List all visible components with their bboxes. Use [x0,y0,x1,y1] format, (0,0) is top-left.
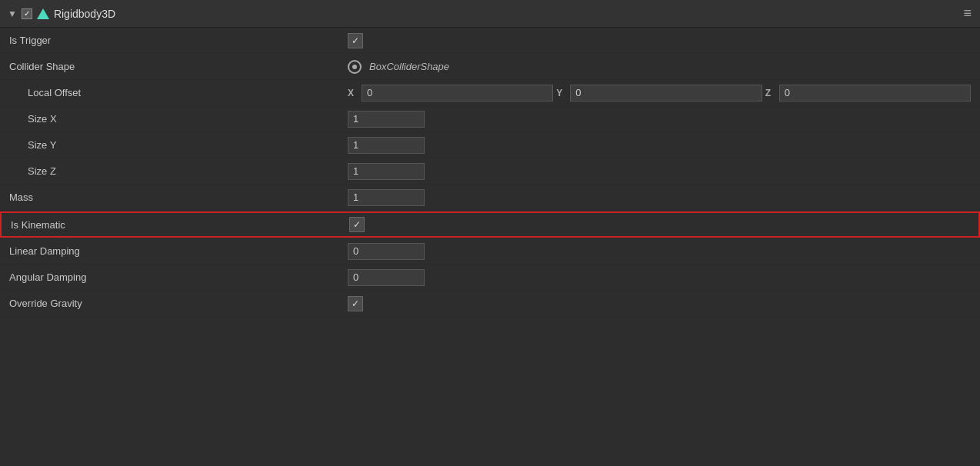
component-icon [37,8,49,19]
header-left: ▼ ✓ Rigidbody3D [8,8,963,20]
row-is-kinematic: Is Kinematic✓ [0,211,980,238]
value-size-z [348,163,971,180]
value-size-x [348,111,971,128]
value-collider-shape: BoxColliderShape [348,60,971,74]
label-angular-damping: Angular Damping [9,271,348,283]
checkbox-override-gravity[interactable]: ✓ [348,296,363,311]
y-segment-local-offset: Y [556,85,762,102]
row-angular-damping: Angular Damping [0,265,980,291]
checkbox-is-trigger[interactable]: ✓ [348,33,363,48]
enable-checkbox[interactable]: ✓ [22,8,32,19]
label-override-gravity: Override Gravity [9,298,348,309]
label-size-y: Size Y [9,139,348,151]
label-collider-shape: Collider Shape [9,61,348,72]
x-segment-local-offset: X [348,85,553,102]
y-input-local-offset[interactable] [570,85,762,102]
z-input-local-offset[interactable] [779,85,971,102]
row-mass: Mass [0,185,980,211]
row-collider-shape: Collider ShapeBoxColliderShape [0,54,980,80]
label-local-offset: Local Offset [9,87,348,98]
panel-header: ▼ ✓ Rigidbody3D ≡ [0,0,980,28]
input-linear-damping[interactable] [348,243,425,260]
value-local-offset: XYZ [348,85,971,102]
row-linear-damping: Linear Damping [0,238,980,265]
row-size-x: Size X [0,106,980,132]
value-is-trigger: ✓ [348,33,971,48]
label-size-x: Size X [9,113,348,125]
row-is-trigger: Is Trigger✓ [0,28,980,54]
row-size-z: Size Z [0,158,980,185]
value-is-kinematic: ✓ [349,217,969,232]
checkbox-is-kinematic[interactable]: ✓ [349,217,365,232]
row-override-gravity: Override Gravity✓ [0,291,980,317]
rigidbody3d-panel: ▼ ✓ Rigidbody3D ≡ Is Trigger✓Collider Sh… [0,0,980,317]
input-size-x[interactable] [348,111,425,128]
label-linear-damping: Linear Damping [9,245,348,257]
label-size-z: Size Z [9,165,348,177]
y-axis-label: Y [556,88,567,98]
value-angular-damping [348,269,971,286]
collider-shape-icon [348,60,362,74]
input-size-z[interactable] [348,163,425,180]
row-size-y: Size Y [0,132,980,158]
z-segment-local-offset: Z [765,85,971,102]
label-is-kinematic: Is Kinematic [11,219,349,231]
value-override-gravity: ✓ [348,296,971,311]
input-mass[interactable] [348,189,425,206]
label-is-trigger: Is Trigger [9,35,348,46]
properties-list: Is Trigger✓Collider ShapeBoxColliderShap… [0,28,980,317]
z-axis-label: Z [765,88,776,98]
value-size-y [348,137,971,154]
collapse-chevron-icon[interactable]: ▼ [8,8,17,19]
label-mass: Mass [9,191,348,203]
row-local-offset: Local OffsetXYZ [0,80,980,106]
collider-shape-name[interactable]: BoxColliderShape [369,61,449,72]
menu-icon[interactable]: ≡ [963,5,972,22]
x-input-local-offset[interactable] [362,85,553,102]
x-axis-label: X [348,88,358,98]
xyz-group-local-offset: XYZ [348,85,971,102]
panel-title: Rigidbody3D [54,8,115,20]
value-mass [348,189,971,206]
input-size-y[interactable] [348,137,425,154]
input-angular-damping[interactable] [348,269,425,286]
value-linear-damping [348,243,971,260]
